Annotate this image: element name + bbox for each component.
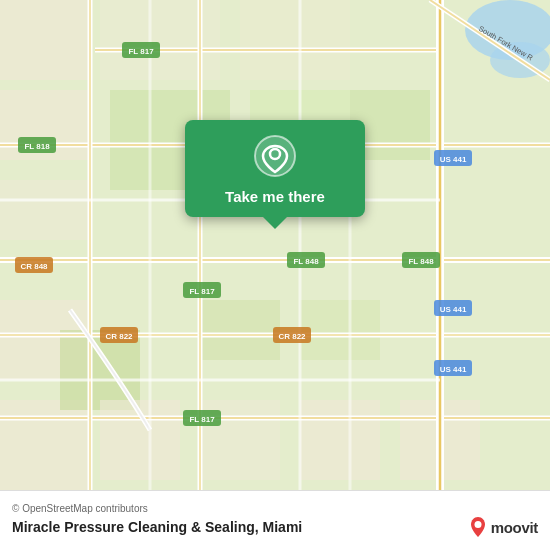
moovit-logo: moovit (469, 516, 538, 538)
svg-point-68 (255, 136, 295, 176)
svg-rect-14 (200, 300, 280, 360)
svg-text:CR 822: CR 822 (105, 332, 133, 341)
svg-text:US 441: US 441 (440, 365, 467, 374)
svg-rect-5 (0, 180, 90, 240)
location-card: Take me there (185, 120, 365, 217)
svg-text:FL 818: FL 818 (24, 142, 50, 151)
bottom-bar: © OpenStreetMap contributors Miracle Pre… (0, 490, 550, 550)
svg-text:FL 817: FL 817 (128, 47, 154, 56)
location-pin-icon (253, 134, 297, 178)
svg-text:CR 848: CR 848 (20, 262, 48, 271)
svg-text:US 441: US 441 (440, 305, 467, 314)
svg-rect-15 (300, 300, 380, 360)
svg-text:FL 848: FL 848 (293, 257, 319, 266)
map-container: FL 817 FL 818 US 441 FL 848 FL 848 US 44… (0, 0, 550, 490)
svg-text:FL 848: FL 848 (408, 257, 434, 266)
svg-rect-7 (0, 400, 90, 490)
svg-text:FL 817: FL 817 (189, 287, 215, 296)
map-svg: FL 817 FL 818 US 441 FL 848 FL 848 US 44… (0, 0, 550, 490)
moovit-pin-icon (469, 516, 487, 538)
take-me-there-button[interactable]: Take me there (225, 188, 325, 205)
svg-rect-3 (0, 0, 90, 80)
svg-text:CR 822: CR 822 (278, 332, 306, 341)
svg-text:FL 817: FL 817 (189, 415, 215, 424)
business-name: Miracle Pressure Cleaning & Sealing, Mia… (12, 519, 302, 535)
svg-rect-9 (240, 0, 350, 80)
copyright-text: © OpenStreetMap contributors (12, 503, 538, 514)
svg-text:US 441: US 441 (440, 155, 467, 164)
svg-rect-18 (300, 400, 380, 480)
business-info: Miracle Pressure Cleaning & Sealing, Mia… (12, 516, 538, 538)
moovit-text: moovit (491, 519, 538, 536)
svg-point-70 (474, 521, 481, 528)
